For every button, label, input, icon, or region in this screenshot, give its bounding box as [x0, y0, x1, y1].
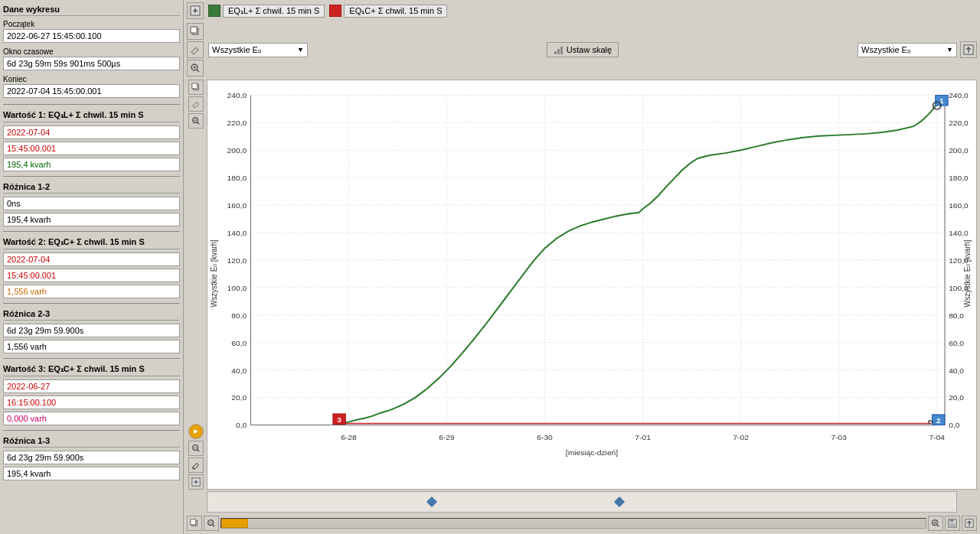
- svg-rect-28: [207, 80, 976, 489]
- chart-edit-btn[interactable]: [188, 96, 204, 112]
- svg-text:20,0: 20,0: [949, 394, 964, 402]
- w3-date-input[interactable]: [3, 379, 180, 393]
- set-scale-label: Ustaw skalę: [567, 45, 612, 54]
- w2-time-input[interactable]: [3, 269, 180, 282]
- svg-text:220,0: 220,0: [949, 119, 969, 127]
- edit-btn[interactable]: [187, 41, 204, 58]
- horizontal-scrollbar[interactable]: [220, 518, 926, 529]
- bottom-export-btn[interactable]: [962, 516, 977, 531]
- chart-zoom-out-btn[interactable]: [188, 441, 204, 456]
- set-scale-button[interactable]: Ustaw skalę: [547, 42, 619, 57]
- wartosc3-header: Wartość 3: EQ₁C+ Σ chwil. 15 min S: [3, 363, 180, 376]
- svg-text:60,0: 60,0: [231, 339, 247, 347]
- chart-edit2-btn[interactable]: [188, 457, 204, 473]
- bottom-zoom-out-btn[interactable]: [204, 516, 219, 531]
- bottom-save-btn[interactable]: [945, 516, 960, 531]
- export-icon-btn[interactable]: [187, 2, 204, 19]
- svg-text:7-04: 7-04: [929, 433, 946, 441]
- okno-group: Okno czasowe: [3, 47, 180, 71]
- roznica13-header: Różnica 1-3: [3, 435, 180, 448]
- svg-text:2: 2: [936, 416, 941, 425]
- svg-text:240,0: 240,0: [227, 92, 247, 100]
- svg-line-101: [937, 525, 939, 527]
- w1-date-input[interactable]: [3, 125, 180, 139]
- left-dropdown-arrow: ▼: [297, 46, 304, 54]
- w2-date-input[interactable]: [3, 252, 180, 266]
- chart-copy-btn[interactable]: [188, 80, 204, 95]
- svg-line-98: [213, 525, 215, 527]
- left-panel: Dane wykresu Początek Okno czasowe Konie…: [0, 0, 184, 534]
- right-panel: EQ₁L+ Σ chwil. 15 min S EQ₁C+ Σ chwil. 1…: [184, 0, 980, 534]
- legend-color-2: [329, 5, 341, 17]
- scale-icon: [554, 44, 564, 55]
- svg-text:200,0: 200,0: [227, 146, 247, 155]
- svg-text:7-01: 7-01: [635, 433, 651, 441]
- r13-time-input[interactable]: [3, 451, 180, 464]
- svg-text:100,0: 100,0: [227, 284, 247, 292]
- svg-rect-106: [950, 523, 956, 526]
- svg-text:Wszystkie E₀ [kvarh]: Wszystkie E₀ [kvarh]: [210, 239, 218, 308]
- w1-val-input[interactable]: [3, 158, 180, 171]
- svg-line-23: [198, 450, 200, 452]
- roznica12-header: Różnica 1-2: [3, 181, 180, 194]
- nav-diamond-1[interactable]: [426, 497, 437, 507]
- chart-area[interactable]: 240,0 220,0 200,0 180,0 160,0 140,0 120,…: [207, 80, 977, 490]
- r23-val-input[interactable]: [3, 340, 180, 353]
- svg-text:6-28: 6-28: [341, 433, 357, 441]
- svg-text:6-29: 6-29: [439, 433, 455, 441]
- left-dropdown[interactable]: Wszystkie E₀ ▼: [208, 43, 308, 57]
- svg-text:Wszystkie E₀ [kvarh]: Wszystkie E₀ [kvarh]: [963, 239, 972, 308]
- w3-time-input[interactable]: [3, 396, 180, 409]
- svg-text:0,0: 0,0: [949, 422, 960, 430]
- svg-text:7-02: 7-02: [733, 433, 749, 441]
- copy-btn[interactable]: [187, 23, 204, 40]
- poczatek-input[interactable]: [3, 29, 180, 43]
- svg-text:80,0: 80,0: [231, 311, 247, 320]
- right-dropdown[interactable]: Wszystkie E₀ ▼: [858, 43, 957, 57]
- dane-wykresu-header: Dane wykresu: [3, 3, 180, 16]
- r12-time-input[interactable]: [3, 197, 180, 210]
- svg-text:40,0: 40,0: [231, 366, 247, 375]
- svg-text:[miesiąc-dzień]: [miesiąc-dzień]: [566, 449, 618, 457]
- okno-input[interactable]: [3, 57, 180, 70]
- svg-text:140,0: 140,0: [949, 229, 969, 237]
- svg-rect-4: [191, 27, 197, 33]
- wartosc2-header: Wartość 2: EQ₁C+ Σ chwil. 15 min S: [3, 236, 180, 249]
- chart-export2-btn[interactable]: [188, 474, 204, 490]
- r13-val-input[interactable]: [3, 467, 180, 480]
- svg-text:20,0: 20,0: [231, 394, 247, 402]
- svg-line-18: [198, 122, 200, 125]
- legend-item-2: EQ₁C+ Σ chwil. 15 min S: [329, 5, 447, 18]
- legend-item-1: EQ₁L+ Σ chwil. 15 min S: [208, 5, 325, 18]
- svg-text:6-30: 6-30: [537, 433, 553, 441]
- svg-text:180,0: 180,0: [227, 174, 247, 182]
- poczatek-label: Początek: [3, 19, 180, 29]
- svg-text:220,0: 220,0: [227, 119, 247, 127]
- svg-text:140,0: 140,0: [227, 229, 247, 237]
- svg-text:200,0: 200,0: [949, 146, 969, 155]
- koniec-input[interactable]: [3, 84, 180, 98]
- r23-time-input[interactable]: [3, 324, 180, 337]
- svg-text:0,0: 0,0: [236, 422, 247, 430]
- chart-zoom-in-btn[interactable]: [188, 113, 204, 129]
- svg-rect-10: [554, 51, 557, 54]
- zoom-btn[interactable]: [187, 60, 204, 77]
- scrollbar-thumb[interactable]: [221, 519, 248, 528]
- svg-text:160,0: 160,0: [227, 201, 247, 210]
- svg-rect-16: [192, 83, 198, 89]
- svg-rect-96: [191, 519, 196, 525]
- bottom-copy-btn[interactable]: [187, 516, 202, 531]
- chart-svg: 240,0 220,0 200,0 180,0 160,0 140,0 120,…: [207, 80, 976, 489]
- w2-val-input[interactable]: [3, 285, 180, 298]
- wartosc1-header: Wartość 1: EQ₁L+ Σ chwil. 15 min S: [3, 109, 180, 122]
- legend-color-1: [208, 5, 220, 17]
- koniec-label: Koniec: [3, 74, 180, 84]
- w1-time-input[interactable]: [3, 142, 180, 155]
- right-export-btn[interactable]: [960, 41, 977, 58]
- w3-val-input[interactable]: [3, 412, 180, 425]
- bottom-zoom-in-btn[interactable]: [928, 516, 943, 531]
- r12-val-input[interactable]: [3, 213, 180, 226]
- chart-toggle-btn[interactable]: [188, 424, 204, 439]
- nav-diamond-2[interactable]: [614, 497, 625, 507]
- right-dropdown-label: Wszystkie E₀: [861, 45, 910, 55]
